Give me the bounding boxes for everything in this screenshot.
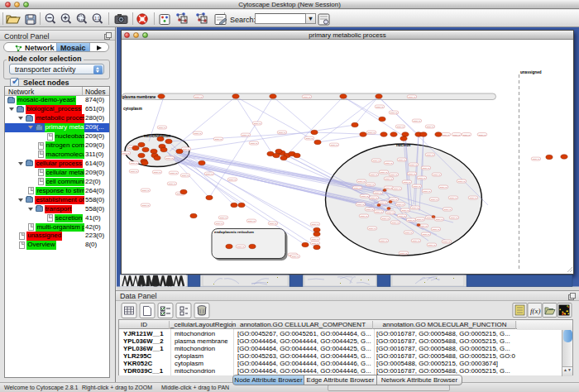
svg-text:Q004-C: Q004-C	[443, 241, 451, 243]
svg-text:Q004-C: Q004-C	[251, 142, 258, 145]
svg-text:Q004-C: Q004-C	[385, 178, 393, 180]
svg-text:Q004-C: Q004-C	[394, 188, 401, 190]
svg-text:Q004-C: Q004-C	[376, 211, 383, 213]
svg-text:Q004-C: Q004-C	[409, 96, 416, 98]
svg-text:Q004-C: Q004-C	[166, 157, 174, 160]
svg-text:Q004-C: Q004-C	[122, 152, 130, 155]
svg-text:Q004-C: Q004-C	[397, 203, 404, 206]
svg-text:Q004-C: Q004-C	[470, 197, 477, 199]
svg-text:Q004-C: Q004-C	[397, 126, 404, 128]
svg-text:Q004-C: Q004-C	[423, 233, 430, 236]
svg-text:nucleus: nucleus	[396, 143, 411, 147]
svg-text:Q004-C: Q004-C	[375, 192, 382, 194]
svg-text:Q004-C: Q004-C	[361, 195, 369, 198]
svg-text:Q004-C: Q004-C	[159, 127, 166, 129]
svg-text:Q004-C: Q004-C	[182, 174, 189, 177]
svg-text:Q004-C: Q004-C	[451, 217, 458, 219]
svg-text:Q004-C: Q004-C	[404, 181, 411, 184]
svg-text:Q004-C: Q004-C	[206, 173, 213, 175]
svg-text:Q004-C: Q004-C	[216, 222, 223, 225]
svg-text:Q004-C: Q004-C	[373, 160, 380, 162]
svg-text:Q004-C: Q004-C	[385, 187, 393, 189]
svg-text:Q004-C: Q004-C	[194, 132, 202, 135]
svg-text:Q004-C: Q004-C	[463, 134, 471, 136]
svg-text:Q004-C: Q004-C	[331, 144, 338, 146]
svg-text:Q004-C: Q004-C	[399, 215, 406, 218]
svg-text:Q004-C: Q004-C	[368, 131, 376, 134]
svg-text:Q004-C: Q004-C	[237, 246, 245, 248]
svg-text:Q004-C: Q004-C	[412, 207, 419, 209]
svg-text:f(x): f(x)	[530, 307, 541, 315]
svg-text:Q004-C: Q004-C	[479, 134, 486, 136]
svg-text:Q004-C: Q004-C	[428, 244, 436, 246]
svg-text:Q004-C: Q004-C	[409, 173, 416, 175]
svg-text:Q004-C: Q004-C	[413, 240, 420, 242]
svg-text:Q004-C: Q004-C	[366, 208, 374, 211]
svg-text:Q004-C: Q004-C	[385, 162, 393, 165]
svg-text:Q004-C: Q004-C	[380, 171, 388, 174]
svg-text:Q004-C: Q004-C	[382, 218, 390, 220]
svg-text:Q004-C: Q004-C	[399, 159, 406, 161]
svg-text:Q004-C: Q004-C	[380, 240, 388, 242]
svg-text:Q004-C: Q004-C	[229, 179, 237, 181]
svg-text:Q004-C: Q004-C	[427, 126, 434, 128]
svg-text:Q004-C: Q004-C	[410, 164, 418, 166]
svg-text:Q004-C: Q004-C	[408, 219, 415, 222]
svg-text:Q004-C: Q004-C	[402, 209, 409, 212]
svg-text:Q004-C: Q004-C	[369, 227, 376, 230]
svg-text:Q004-C: Q004-C	[414, 185, 421, 188]
svg-text:Q004-C: Q004-C	[390, 112, 398, 114]
svg-text:Q004-C: Q004-C	[304, 96, 311, 98]
svg-text:Q004-C: Q004-C	[419, 177, 426, 179]
svg-text:Q004-C: Q004-C	[458, 180, 466, 183]
svg-text:Q004-C: Q004-C	[392, 222, 400, 224]
svg-text:Q004-C: Q004-C	[195, 96, 203, 98]
svg-text:Q004-C: Q004-C	[279, 131, 286, 134]
svg-text:Q004-C: Q004-C	[453, 134, 461, 136]
svg-text:unassigned: unassigned	[520, 70, 542, 74]
svg-text:Q004-C: Q004-C	[131, 162, 138, 165]
svg-text:Q004-C: Q004-C	[254, 122, 261, 125]
svg-text:Q004-C: Q004-C	[423, 167, 430, 170]
svg-text:plasma membrane: plasma membrane	[122, 95, 156, 99]
svg-text:Q004-C: Q004-C	[443, 134, 450, 136]
svg-text:Q004-C: Q004-C	[154, 171, 161, 174]
svg-text:Q004-C: Q004-C	[371, 174, 378, 176]
svg-text:Q004-C: Q004-C	[450, 197, 457, 199]
svg-text:Q004-C: Q004-C	[358, 180, 366, 183]
svg-text:Q004-C: Q004-C	[312, 223, 319, 226]
svg-text:Q004-C: Q004-C	[270, 222, 277, 225]
svg-text:cytoplasm: cytoplasm	[123, 107, 142, 111]
svg-text:Q004-C: Q004-C	[440, 186, 447, 189]
svg-text:Q004-C: Q004-C	[169, 183, 176, 185]
svg-text:Q004-C: Q004-C	[414, 120, 421, 122]
svg-text:Q004-C: Q004-C	[431, 198, 438, 201]
svg-text:mitochondrion: mitochondrion	[144, 134, 170, 138]
svg-text:Q004-C: Q004-C	[390, 174, 398, 176]
svg-text:Q004-C: Q004-C	[242, 134, 250, 136]
svg-text:Q004-C: Q004-C	[423, 190, 431, 193]
svg-text:Q004-C: Q004-C	[248, 220, 256, 222]
svg-text:Q004-C: Q004-C	[183, 148, 190, 151]
svg-text:Q004-C: Q004-C	[376, 106, 384, 108]
svg-text:Q004-C: Q004-C	[357, 203, 365, 206]
svg-text:Q004-C: Q004-C	[306, 137, 313, 140]
svg-text:Q004-C: Q004-C	[433, 228, 440, 231]
svg-text:Q004-C: Q004-C	[312, 242, 319, 245]
svg-text:endoplasmic reticulum: endoplasmic reticulum	[214, 230, 254, 234]
svg-text:Q004-C: Q004-C	[436, 218, 443, 221]
svg-text:Q004-C: Q004-C	[142, 189, 150, 192]
svg-text:Q004-C: Q004-C	[312, 238, 319, 241]
svg-text:Q004-C: Q004-C	[220, 217, 227, 219]
svg-text:Q004-C: Q004-C	[371, 197, 378, 199]
svg-text:Q004-C: Q004-C	[533, 158, 540, 160]
svg-text:Q004-C: Q004-C	[405, 232, 413, 234]
svg-text:Q004-C: Q004-C	[131, 170, 138, 173]
svg-text:Q004-C: Q004-C	[400, 252, 408, 255]
svg-text:Q004-C: Q004-C	[367, 184, 375, 186]
svg-text:Q004-C: Q004-C	[433, 174, 441, 176]
svg-text:Q004-C: Q004-C	[142, 204, 150, 207]
svg-text:Q004-C: Q004-C	[292, 256, 299, 258]
svg-text:Q004-C: Q004-C	[354, 187, 361, 189]
svg-text:Q004-C: Q004-C	[170, 172, 178, 174]
